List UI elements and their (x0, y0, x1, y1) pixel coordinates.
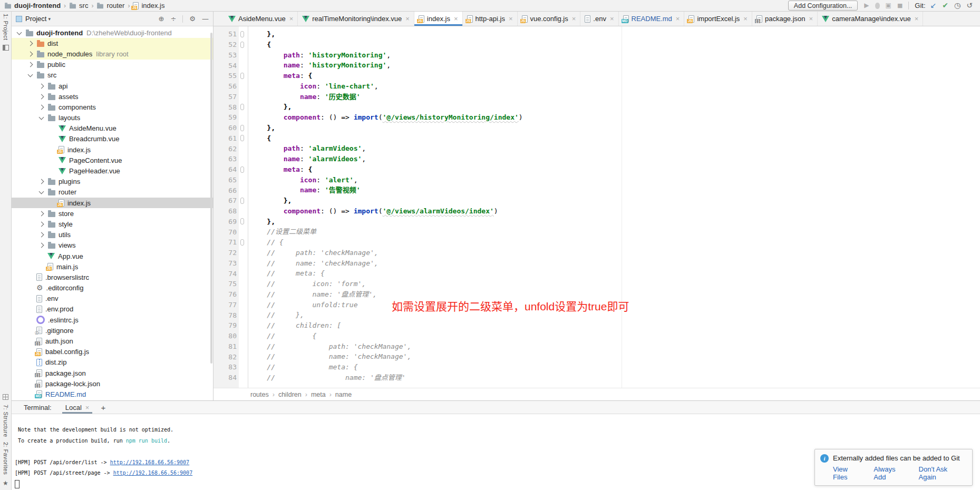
tree-item-dist-zip[interactable]: dist.zip (12, 357, 213, 368)
fold-marker-icon[interactable] (240, 42, 244, 48)
chevron-right-icon[interactable] (39, 94, 44, 99)
tree-item--eslintrc-js[interactable]: .eslintrc.js (12, 315, 213, 325)
terminal-link[interactable]: http://192.168.66.56:9007 (110, 459, 190, 465)
update-icon[interactable]: ↙ (930, 2, 937, 9)
chevron-right-icon[interactable] (39, 232, 44, 238)
close-icon[interactable]: × (676, 15, 680, 22)
editor-tab-cameramanage-index-vue[interactable]: cameraManage\index.vue× (818, 12, 923, 26)
chevron-down-icon[interactable] (17, 30, 22, 35)
chevron-down-icon[interactable] (28, 72, 33, 77)
close-icon[interactable]: × (509, 15, 513, 22)
close-icon[interactable]: × (610, 15, 614, 22)
stripe-structure-button[interactable]: 7: Structure (3, 405, 9, 437)
tree-item-plugins[interactable]: plugins (12, 177, 213, 187)
tree-item-store[interactable]: store (12, 208, 213, 219)
commit-icon[interactable]: ✔ (942, 2, 948, 9)
tree-item--env-prod[interactable]: .env.prod (12, 304, 213, 315)
tree-item-babel-config-js[interactable]: babel.config.js (12, 347, 213, 357)
terminal-tab-local[interactable]: Local × (62, 401, 93, 414)
tree-item--env[interactable]: .env (12, 293, 213, 304)
tree-item-index-js[interactable]: index.js (12, 144, 213, 155)
editor-tab--env[interactable]: .env× (580, 12, 618, 26)
chevron-right-icon[interactable] (39, 211, 44, 216)
tree-item-readme-md[interactable]: README.md (12, 389, 213, 399)
chevron-right-icon[interactable] (39, 243, 44, 248)
editor-tab-importexcel-js[interactable]: importExcel.js× (684, 12, 752, 26)
tree-item-components[interactable]: components (12, 102, 213, 112)
tree-item--editorconfig[interactable]: ⚙.editorconfig (12, 283, 213, 293)
editor-breadcrumb-children[interactable]: children (278, 391, 302, 398)
gear-icon[interactable]: ⚙ (189, 15, 196, 23)
chevron-right-icon[interactable] (28, 41, 33, 46)
close-icon[interactable]: × (405, 15, 410, 22)
tree-item-pageheader-vue[interactable]: PageHeader.vue (12, 165, 213, 176)
tree-item-api[interactable]: api (12, 81, 213, 91)
editor-breadcrumb-routes[interactable]: routes (250, 391, 269, 398)
chevron-right-icon[interactable] (28, 52, 33, 57)
code-editor[interactable]: }, { path: 'historyMonitoring', name: 'h… (248, 26, 980, 388)
fold-marker-icon[interactable] (240, 198, 244, 204)
editor-tab-readme-md[interactable]: README.md× (619, 12, 685, 26)
minimize-icon[interactable]: — (202, 15, 209, 23)
tree-item-router[interactable]: router (12, 187, 213, 198)
fold-marker-icon[interactable] (240, 104, 244, 110)
chevron-right-icon[interactable] (39, 83, 44, 89)
editor-tab-vue-config-js[interactable]: vue.config.js× (518, 12, 581, 26)
tree-item-index-js[interactable]: index.js (12, 198, 213, 208)
tree-item-assets[interactable]: assets (12, 91, 213, 102)
chevron-down-icon[interactable] (39, 115, 44, 120)
fold-marker-icon[interactable] (240, 135, 244, 141)
close-icon[interactable]: × (572, 15, 576, 22)
structure-icon[interactable] (3, 394, 8, 400)
tree-item-package-lock-json[interactable]: package-lock.json (12, 378, 213, 389)
tree-item-asidemenu-vue[interactable]: AsideMenu.vue (12, 123, 213, 134)
chevron-right-icon[interactable] (28, 62, 33, 67)
tree-item-duoji-frontend[interactable]: duoji-frontendD:\zheheWeb\duoji-frontend (12, 27, 213, 38)
chevron-down-icon[interactable]: ▾ (48, 16, 51, 22)
fold-marker-icon[interactable] (240, 166, 244, 173)
tree-item-src[interactable]: src (12, 70, 213, 81)
close-icon[interactable]: × (289, 15, 294, 22)
tree-item-dist[interactable]: dist (12, 38, 213, 48)
new-terminal-button[interactable]: + (101, 403, 105, 412)
tree-item-public[interactable]: public (12, 60, 213, 70)
tree-item-package-json[interactable]: package.json (12, 368, 213, 378)
stripe-project-button[interactable]: 1: Project (3, 14, 9, 40)
notification-action-always-add[interactable]: Always Add (874, 465, 908, 481)
close-icon[interactable]: × (454, 15, 458, 22)
fold-marker-icon[interactable] (240, 125, 244, 131)
fold-marker-icon[interactable] (240, 218, 244, 224)
tree-item-pagecontent-vue[interactable]: PageContent.vue (12, 155, 213, 165)
breadcrumb-item-router[interactable]: router (96, 2, 124, 9)
breadcrumb-item-duoji-frontend[interactable]: duoji-frontend (4, 2, 61, 9)
editor-tab-realtimemonitoring-index-vue[interactable]: realTimeMonitoring\index.vue× (298, 12, 414, 26)
tree-item-breadcrumb-vue[interactable]: Breadcrumb.vue (12, 134, 213, 144)
stripe-favorites-button[interactable]: 2: Favorites (3, 442, 9, 475)
fold-marker-icon[interactable] (240, 239, 244, 246)
tree-item-app-vue[interactable]: App.vue (12, 251, 213, 261)
tree-item-views[interactable]: views (12, 240, 213, 251)
tree-item-layouts[interactable]: layouts (12, 113, 213, 123)
breadcrumb-item-src[interactable]: src (69, 2, 88, 9)
tree-item-auth-json[interactable]: auth.json (12, 336, 213, 346)
tree-item-node-modules[interactable]: node_moduleslibrary root (12, 48, 213, 59)
notification-action-don-t-ask-again[interactable]: Don't Ask Again (919, 465, 966, 481)
chevron-down-icon[interactable] (39, 189, 44, 194)
tree-item-utils[interactable]: utils (12, 230, 213, 240)
project-toolwindow-icon[interactable] (3, 45, 9, 51)
editor-breadcrumb-name[interactable]: name (335, 391, 352, 398)
close-icon[interactable]: × (743, 15, 748, 22)
tree-item-main-js[interactable]: main.js (12, 261, 213, 272)
editor-tab-index-js[interactable]: index.js× (414, 12, 463, 26)
target-icon[interactable]: ⊕ (159, 15, 164, 23)
tree-item-style[interactable]: style (12, 219, 213, 229)
close-icon[interactable]: × (85, 404, 90, 411)
chevron-right-icon[interactable] (39, 104, 44, 110)
close-icon[interactable]: × (809, 15, 813, 22)
chevron-right-icon[interactable] (39, 222, 44, 227)
fold-marker-icon[interactable] (240, 73, 244, 79)
project-view-selector[interactable]: Project (25, 15, 46, 23)
chevron-right-icon[interactable] (39, 179, 44, 184)
terminal-link[interactable]: http://192.168.66.56:9007 (113, 470, 193, 476)
tree-item--browserslistrc[interactable]: .browserslistrc (12, 272, 213, 282)
